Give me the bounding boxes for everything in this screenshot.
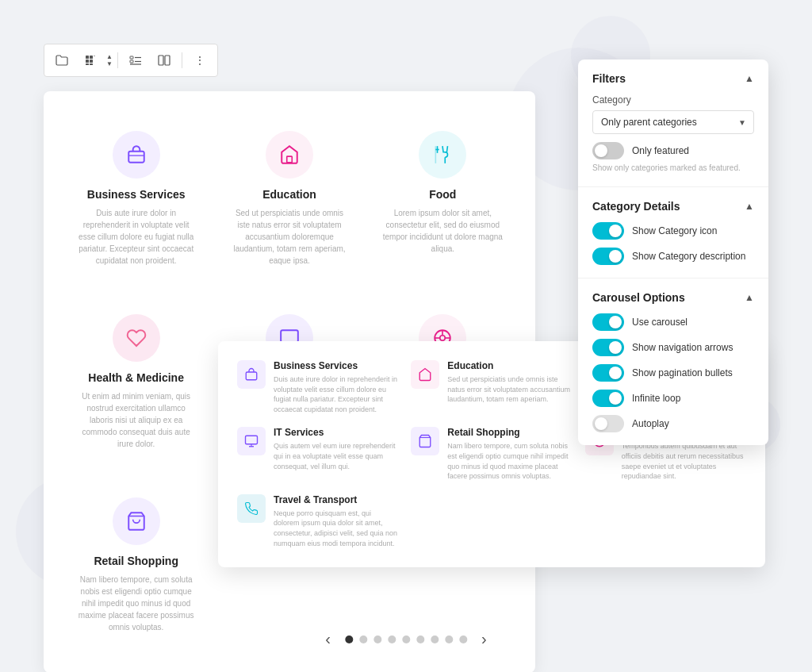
carousel-options-chevron-icon[interactable]: ▲ [745,292,754,303]
category-details-header: Category Details ▲ [592,200,754,213]
list-item[interactable]: Business Services Duis aute irure dolor … [237,360,398,414]
use-carousel-label: Use carousel [632,317,688,328]
show-icon-label: Show Category icon [632,225,717,236]
only-featured-label: Only featured [632,145,689,156]
show-nav-arrows-toggle[interactable] [592,339,624,356]
category-icon-education [266,131,313,179]
category-desc: Ut enim ad minim veniam, quis nostrud ex… [75,390,197,450]
only-featured-toggle[interactable] [592,142,624,159]
list-content: Travel & Transport Neque porro quisquam … [274,494,398,548]
list-name: Business Services [274,360,398,371]
card-button[interactable] [151,48,177,73]
show-desc-toggle[interactable] [592,248,624,265]
list-icon-travel [237,494,266,523]
pagination: ‹ › [317,630,494,648]
pagination-dot-2[interactable] [359,636,367,643]
category-filter-label: Category [592,94,754,106]
show-pagination-toggle[interactable] [592,364,624,382]
list-item[interactable]: Education Sed ut perspiciatis unde omnis… [220,115,358,282]
svg-rect-2 [94,56,95,56]
next-arrow[interactable]: › [473,630,495,648]
infinite-loop-toggle[interactable] [592,390,624,407]
filters-title: Filters [592,72,626,85]
category-details-chevron-icon[interactable]: ▲ [745,201,754,212]
prev-arrow[interactable]: ‹ [317,630,339,648]
pagination-dot-6[interactable] [416,636,424,643]
svg-rect-5 [86,63,89,65]
category-name: Health & Medicine [75,371,197,384]
toolbar: ▲ ▼ ⋮ [44,44,218,77]
show-icon-toggle[interactable] [592,222,624,240]
category-name: Business Services [75,188,197,201]
autoplay-row: Autoplay [592,415,754,432]
svg-rect-14 [128,152,144,163]
grid-button[interactable] [78,48,103,73]
svg-rect-7 [130,56,133,59]
svg-rect-6 [90,63,93,65]
category-name: Education [228,188,350,201]
show-desc-row: Show Category description [592,248,754,265]
category-desc: Sed ut perspiciatis unde omnis iste natu… [228,207,350,267]
list-desc: Quis autem vel eum iure reprehenderit qu… [274,441,398,471]
category-icon-food [419,131,466,179]
show-nav-arrows-row: Show navigation arrows [592,339,754,356]
show-pagination-row: Show pagination bullets [592,364,754,382]
list-icon-it [237,427,266,455]
category-desc: Duis aute irure dolor in reprehenderit i… [75,207,197,267]
pagination-dot-3[interactable] [373,636,381,643]
autoplay-toggle[interactable] [592,415,624,432]
category-icon-retail [113,497,160,545]
svg-rect-8 [130,60,133,63]
category-icon-business [113,131,160,179]
show-desc-slider [592,248,624,265]
filters-chevron-icon[interactable]: ▲ [745,73,754,84]
show-desc-label: Show Category description [632,251,745,262]
show-pagination-label: Show pagination bullets [632,367,733,378]
list-name: Education [447,360,572,371]
list-item[interactable]: Health & Medicine Ut enim ad minim venia… [67,298,205,466]
list-desc: Duis aute irure dolor in reprehenderit i… [274,374,398,414]
list-item[interactable]: Business Services Duis aute irure dolor … [67,115,205,282]
autoplay-label: Autoplay [632,418,669,429]
list-content: IT Services Quis autem vel eum iure repr… [274,427,398,471]
show-icon-slider [592,222,624,240]
svg-rect-13 [165,56,170,65]
list-item[interactable]: IT Services Quis autem vel eum iure repr… [237,427,398,481]
list-name: IT Services [274,427,398,438]
list-desc: Nam libero tempore, cum soluta nobis est… [447,441,572,481]
pagination-dot-8[interactable] [445,636,453,643]
list-desc: Temporibus autem quibusdam et aut offici… [622,441,746,481]
svg-rect-1 [90,56,93,59]
folder-button[interactable] [49,48,75,73]
show-pagination-slider [592,364,624,382]
infinite-loop-label: Infinite loop [632,393,680,404]
category-select[interactable]: Only parent categories All categories Ch… [592,110,754,134]
list-item[interactable]: Retail Shopping Nam libero tempore, cum … [67,482,205,649]
list-icon-retail [411,427,439,455]
show-nav-arrows-label: Show navigation arrows [632,342,733,353]
category-select-wrapper: Only parent categories All categories Ch… [592,110,754,134]
pagination-dot-1[interactable] [345,636,353,643]
category-desc: Lorem ipsum dolor sit amet, consectetur … [382,207,504,255]
pagination-dot-4[interactable] [388,636,396,643]
category-icon-health [113,314,160,362]
list-item[interactable]: Food Lorem ipsum dolor sit amet, consect… [374,115,511,282]
svg-rect-3 [86,60,89,63]
more-button[interactable]: ⋮ [187,48,213,73]
list-item[interactable]: Travel & Transport Neque porro quisquam … [237,494,398,548]
list-content: Business Services Duis aute irure dolor … [274,360,398,414]
svg-rect-29 [246,372,257,380]
pagination-dot-9[interactable] [459,636,467,643]
svg-rect-12 [159,56,163,65]
list-item[interactable]: Retail Shopping Nam libero tempore, cum … [411,427,572,481]
carousel-options-header: Carousel Options ▲ [592,291,754,304]
pagination-dot-5[interactable] [402,636,410,643]
list-item[interactable]: Education Sed ut perspiciatis unde omnis… [411,360,572,414]
svg-rect-16 [287,156,293,163]
category-details-title: Category Details [592,200,680,213]
up-down-arrows[interactable]: ▲ ▼ [106,54,113,67]
pagination-dot-7[interactable] [431,636,439,643]
use-carousel-toggle[interactable] [592,313,624,331]
use-carousel-row: Use carousel [592,313,754,331]
list-button[interactable] [123,48,148,73]
